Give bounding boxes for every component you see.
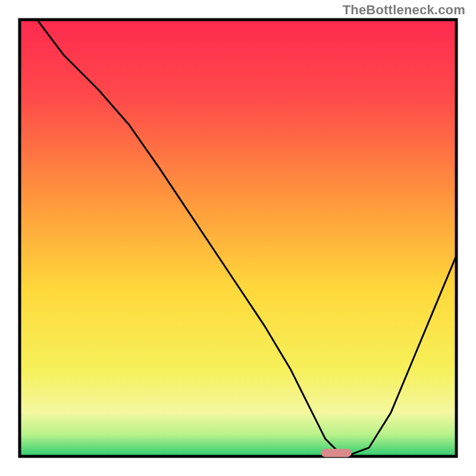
optimal-marker (321, 449, 351, 457)
chart-container: TheBottleneck.com (0, 0, 476, 476)
plot-background (20, 20, 456, 456)
bottleneck-chart (0, 0, 476, 476)
watermark-text: TheBottleneck.com (343, 2, 465, 18)
